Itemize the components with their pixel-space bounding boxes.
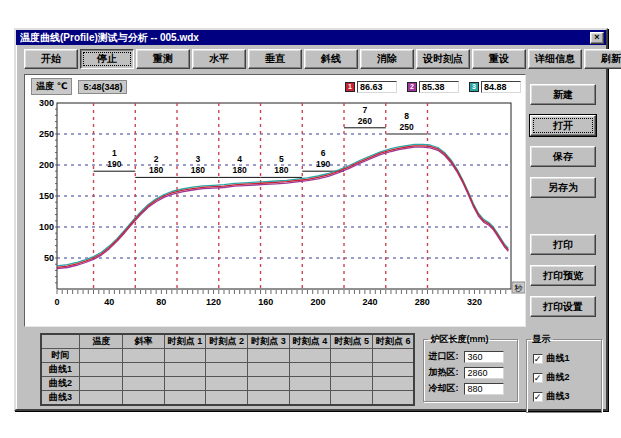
toolbar-button[interactable]: 重设 xyxy=(472,49,526,69)
titlebar[interactable]: 温度曲线(Profile)测试与分析 -- 005.wdx × xyxy=(16,30,606,45)
table-cell xyxy=(80,349,123,363)
toolbar-button[interactable]: 设时刻点 xyxy=(416,49,470,69)
table-cell xyxy=(206,391,248,406)
x-tick-label: 320 xyxy=(467,297,482,307)
side-button[interactable]: 打印预览 xyxy=(530,265,596,286)
zone-set-temp-label: 260 xyxy=(358,116,372,126)
x-tick-label: 160 xyxy=(258,297,273,307)
toolbar-button[interactable]: 重测 xyxy=(136,49,190,69)
table-cell xyxy=(289,391,331,406)
zone-set-temp-label: 250 xyxy=(400,122,414,132)
zone-number-label: 6 xyxy=(321,148,326,158)
toolbar-button[interactable]: 详细信息 xyxy=(528,49,582,69)
toolbar-button[interactable]: 开始 xyxy=(24,49,78,69)
table-cell xyxy=(331,349,373,363)
table-cell xyxy=(373,349,415,363)
y-tick-label: 50 xyxy=(44,253,54,263)
zone-number-label: 3 xyxy=(196,154,201,164)
table-row-label: 时间 xyxy=(41,349,80,363)
y-tick-label: 100 xyxy=(39,222,54,232)
legend-item: 285.38 xyxy=(407,81,459,93)
toolbar-button[interactable]: 消除 xyxy=(360,49,414,69)
x-tick-label: 0 xyxy=(54,297,59,307)
table-cell xyxy=(248,391,290,406)
main-area: 温度 ℃ 5:48(348) 186.63285.38384.88 501001… xyxy=(16,72,606,327)
y-tick-label: 200 xyxy=(39,160,54,170)
zone-number-label: 5 xyxy=(279,154,284,164)
table-row: 曲线1 xyxy=(41,363,414,377)
toolbar-button[interactable]: 停止 xyxy=(80,49,134,69)
table-column-header: 时刻点 4 xyxy=(289,334,331,349)
oven-zone-length-input[interactable]: 2860 xyxy=(464,367,504,379)
toolbar-group: 详细信息刷新 xyxy=(528,49,621,69)
zone-set-temp-label: 180 xyxy=(233,165,247,175)
legend-temperature-value: 85.38 xyxy=(419,81,459,93)
curve-visibility-row: ✓曲线2 xyxy=(533,371,595,384)
side-button[interactable]: 另存为 xyxy=(530,177,596,198)
toolbar-button[interactable]: 刷新 xyxy=(584,49,621,69)
table-cell xyxy=(80,363,123,377)
table-cell xyxy=(206,349,248,363)
table-cell xyxy=(164,363,206,377)
display-group: 显示 ✓曲线1✓曲线2✓曲线3 xyxy=(526,333,602,413)
y-tick-label: 300 xyxy=(39,98,54,108)
y-axis-unit-label: 温度 ℃ xyxy=(31,78,72,95)
table-cell xyxy=(164,349,206,363)
table-column-header: 时刻点 5 xyxy=(331,334,373,349)
toolbar-button[interactable]: 垂直 xyxy=(248,49,302,69)
curve-visibility-label: 曲线1 xyxy=(547,352,570,365)
legend-swatch: 2 xyxy=(407,82,417,92)
table-cell xyxy=(289,377,331,391)
table-row: 曲线3 xyxy=(41,391,414,406)
bottom-panel: 温度斜率时刻点 1时刻点 2时刻点 3时刻点 4时刻点 5时刻点 6时间曲线1曲… xyxy=(16,327,606,413)
table-cell xyxy=(206,363,248,377)
table-cell xyxy=(164,391,206,406)
table-column-header: 时刻点 2 xyxy=(206,334,248,349)
table-cell xyxy=(123,349,164,363)
oven-zone-length-title: 炉区长度(mm) xyxy=(428,333,490,346)
table-cell xyxy=(248,349,290,363)
table-cell xyxy=(164,377,206,391)
legend-temperature-value: 86.63 xyxy=(357,81,397,93)
legend-swatch: 1 xyxy=(345,82,355,92)
table-cell xyxy=(123,377,164,391)
table-cell xyxy=(206,377,248,391)
curve-visibility-label: 曲线3 xyxy=(547,390,570,403)
x-tick-label: 240 xyxy=(363,297,378,307)
table-cell xyxy=(80,377,123,391)
temperature-profile-chart[interactable]: 5010015020025030011902180318041805180619… xyxy=(27,95,525,323)
oven-zone-length-input[interactable]: 880 xyxy=(464,383,504,395)
zone-set-temp-label: 180 xyxy=(274,165,288,175)
table-cell xyxy=(373,363,415,377)
curve-legend: 186.63285.38384.88 xyxy=(335,81,521,93)
table-cell xyxy=(373,377,415,391)
toolbar-button[interactable]: 斜线 xyxy=(304,49,358,69)
toolbar-group: 水平垂直斜线消除 xyxy=(192,49,416,69)
table-cell xyxy=(80,391,123,406)
zone-number-label: 2 xyxy=(154,154,159,164)
toolbar-button[interactable]: 水平 xyxy=(192,49,246,69)
display-group-title: 显示 xyxy=(531,333,553,346)
side-button[interactable]: 新建 xyxy=(530,84,596,105)
x-tick-label: 40 xyxy=(104,297,114,307)
side-button[interactable]: 打印设置 xyxy=(530,296,596,317)
side-button[interactable]: 打开 xyxy=(530,115,596,136)
table-cell xyxy=(248,377,290,391)
table-cell xyxy=(289,349,331,363)
close-icon[interactable]: × xyxy=(590,32,604,44)
table-row-label: 曲线3 xyxy=(41,391,80,406)
chart-header: 温度 ℃ 5:48(348) 186.63285.38384.88 xyxy=(27,77,525,95)
toolbar-group: 设时刻点重设 xyxy=(416,49,528,69)
table-corner-cell xyxy=(41,334,80,349)
side-button[interactable]: 保存 xyxy=(530,146,596,167)
curve-visibility-checkbox[interactable]: ✓ xyxy=(533,373,543,383)
toolbar: 开始停止重测水平垂直斜线消除设时刻点重设详细信息刷新关闭 xyxy=(16,45,606,72)
table-cell xyxy=(123,363,164,377)
curve-visibility-checkbox[interactable]: ✓ xyxy=(533,392,543,402)
zone-set-temp-label: 180 xyxy=(191,165,205,175)
oven-zone-length-input[interactable]: 360 xyxy=(464,351,504,363)
curve-visibility-checkbox[interactable]: ✓ xyxy=(533,354,543,364)
side-button[interactable]: 打印 xyxy=(530,234,596,255)
table-column-header: 时刻点 1 xyxy=(164,334,206,349)
table-cell xyxy=(331,391,373,406)
